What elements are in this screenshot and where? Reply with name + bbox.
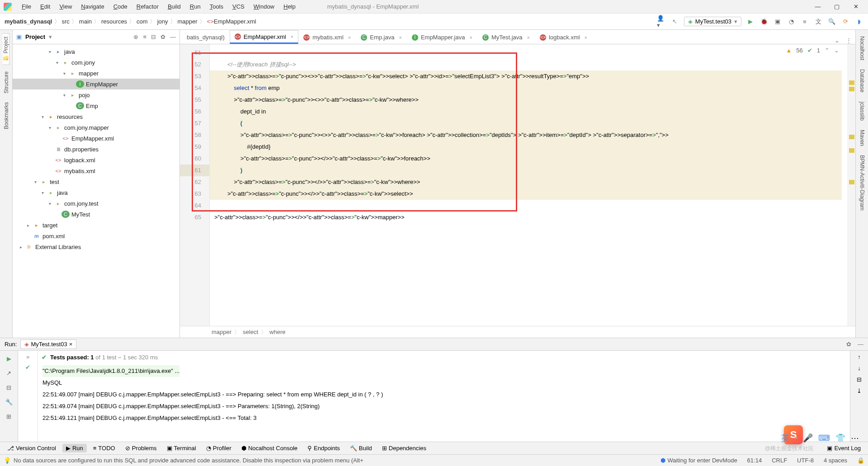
- tree-node[interactable]: ▾▸mapper: [13, 68, 179, 79]
- editor-tab[interactable]: <>logback.xml×: [535, 30, 592, 44]
- tree-node[interactable]: CEmp: [13, 100, 179, 111]
- breadcrumb-item[interactable]: EmpMapper.xml: [214, 18, 256, 25]
- expand-all-icon[interactable]: ≡: [143, 33, 146, 40]
- up-icon[interactable]: ⌃: [825, 47, 830, 54]
- tree-node[interactable]: ▾▸com.jony.mapper: [13, 122, 179, 133]
- caret-position[interactable]: 61:14: [747, 457, 762, 464]
- down-icon[interactable]: ⌄: [834, 47, 839, 54]
- gear-icon[interactable]: ✿: [846, 341, 851, 348]
- user-icon[interactable]: 👤▾: [657, 17, 666, 26]
- code-editor[interactable]: 515253545556575859606162636465 <!--使用for…: [180, 44, 855, 326]
- soft-wrap-icon[interactable]: ⊟: [857, 376, 862, 383]
- settings-icon[interactable]: ✿: [160, 33, 165, 40]
- rerun-button[interactable]: ▶: [4, 353, 14, 363]
- line-number[interactable]: 51: [180, 47, 209, 59]
- file-encoding[interactable]: UTF-8: [797, 457, 814, 464]
- editor-tab[interactable]: <>mybatis.xml×: [298, 30, 356, 44]
- menu-window[interactable]: Window: [249, 1, 279, 12]
- breadcrumb[interactable]: mybatis_dynasql〉src〉main〉resources〉com〉j…: [5, 18, 256, 26]
- tree-node[interactable]: <>mybatis.xml: [13, 165, 179, 176]
- bottom-dependencies[interactable]: ⊞Dependencies: [378, 444, 430, 452]
- sidetab-maven[interactable]: Maven: [859, 127, 865, 149]
- indent-label[interactable]: 4 spaces: [824, 457, 847, 464]
- tree-node[interactable]: ▾▸java: [13, 187, 179, 198]
- search-icon[interactable]: 🔍: [827, 17, 836, 26]
- error-stripe[interactable]: [847, 44, 855, 326]
- ed-breadcrumb-item[interactable]: mapper: [212, 329, 231, 335]
- devmode-label[interactable]: Waiting for enter DevMode: [667, 457, 737, 464]
- menu-build[interactable]: Build: [163, 1, 185, 12]
- build-hammer-icon[interactable]: ↖: [670, 17, 679, 26]
- menu-help[interactable]: Help: [279, 1, 300, 12]
- line-number[interactable]: 64: [180, 200, 209, 212]
- line-number[interactable]: 52: [180, 59, 209, 71]
- line-ending[interactable]: CRLF: [772, 457, 787, 464]
- breadcrumb-item[interactable]: src: [62, 18, 70, 25]
- locate-icon[interactable]: ⊕: [133, 33, 138, 40]
- code-line[interactable]: >"c-attr">>class>=>"c-punc">></>>"c-attr…: [210, 212, 855, 223]
- line-number[interactable]: 55: [180, 94, 209, 106]
- inspection-widget[interactable]: ▲56 ✔1 ⌃ ⌄: [783, 46, 842, 55]
- code-line[interactable]: ): [210, 165, 855, 176]
- chevron-down-icon[interactable]: ⌄: [835, 37, 840, 44]
- code-line[interactable]: >"c-attr">>class>=>"c-punc">></>>"c-attr…: [210, 176, 855, 188]
- tree-node[interactable]: ▾▸resources: [13, 111, 179, 122]
- bottom-run[interactable]: ▶Run: [62, 444, 87, 452]
- tree-node[interactable]: ▾▸java: [13, 46, 179, 57]
- close-tab-icon[interactable]: ×: [527, 35, 530, 40]
- project-tree[interactable]: ▾▸java▾▸com.jony▾▸mapperIEmpMapper▾▸pojo…: [13, 44, 179, 338]
- check-icon[interactable]: ✔: [25, 364, 30, 371]
- minimize-button[interactable]: —: [815, 4, 821, 10]
- tree-node[interactable]: ▸▸target: [13, 220, 179, 231]
- breadcrumb-item[interactable]: mybatis_dynasql: [5, 18, 52, 25]
- breadcrumb-item[interactable]: main: [79, 18, 92, 25]
- code-line[interactable]: >"c-attr">>class>=>"c-punc">></>>"c-attr…: [210, 188, 855, 200]
- run-config-selector[interactable]: ◈ MyTest.test03 ▾: [684, 17, 741, 26]
- tree-node[interactable]: mpom.xml: [13, 231, 179, 241]
- line-number[interactable]: 57: [180, 118, 209, 129]
- profile-button[interactable]: ◔: [787, 17, 796, 26]
- up-arrow-icon[interactable]: ↑: [858, 353, 861, 360]
- close-tab-icon[interactable]: ×: [469, 35, 472, 40]
- tree-node[interactable]: ▾▸com.jony.test: [13, 198, 179, 209]
- close-tab-icon[interactable]: ×: [399, 35, 401, 40]
- editor-breadcrumb[interactable]: mapper〉select〉where: [180, 326, 855, 338]
- sync-button[interactable]: ⟳: [841, 17, 850, 26]
- hide-icon[interactable]: —: [170, 33, 176, 40]
- line-number[interactable]: 56: [180, 106, 209, 118]
- editor-tab[interactable]: IEmpMapper.java×: [407, 30, 477, 44]
- close-icon[interactable]: ×: [69, 341, 73, 348]
- console-output[interactable]: "C:\Program Files\Java\jdk1.8.0_211\bin\…: [38, 363, 850, 442]
- editor-tab[interactable]: CEmp.java×: [356, 30, 407, 44]
- bottom-problems[interactable]: ⊘Problems: [122, 444, 160, 452]
- wrench-icon[interactable]: 🔧: [4, 397, 14, 407]
- sidetab-bookmarks[interactable]: Bookmarks: [3, 99, 9, 132]
- breadcrumb-item[interactable]: mapper: [178, 18, 198, 25]
- editor-tab[interactable]: <>EmpMapper.xml×: [230, 30, 298, 44]
- translate-icon[interactable]: 文: [814, 17, 823, 26]
- code-line[interactable]: >"c-attr">>class>=>"c-punc">><>>"c-attr"…: [210, 94, 855, 106]
- bottom-build[interactable]: 🔨Build: [346, 444, 376, 452]
- breadcrumb-item[interactable]: resources: [101, 18, 127, 25]
- bottom-version-control[interactable]: ⎇Version Control: [4, 444, 60, 452]
- sidetab-structure[interactable]: Structure: [3, 69, 9, 96]
- close-button[interactable]: ✕: [853, 4, 859, 10]
- code-line[interactable]: >"c-attr">>class>=>"c-punc">><>>"c-attr"…: [210, 71, 855, 82]
- code-line[interactable]: dept_id in: [210, 106, 855, 118]
- run-tab[interactable]: ◈ MyTest.test03 ×: [20, 339, 76, 349]
- code-line[interactable]: #{deptId}: [210, 141, 855, 153]
- sidetab-bpmn-activiti-diagram[interactable]: BPMN-Activiti-Diagram: [859, 152, 865, 213]
- tree-node[interactable]: ▸⊪External Libraries: [13, 241, 179, 252]
- breadcrumb-item[interactable]: com: [137, 18, 148, 25]
- line-number[interactable]: 60: [180, 153, 209, 165]
- menu-code[interactable]: Code: [109, 1, 132, 12]
- run-button[interactable]: ▶: [746, 17, 755, 26]
- maximize-button[interactable]: ▢: [834, 4, 840, 10]
- tree-node[interactable]: ▾▸test: [13, 176, 179, 187]
- sidetab-database[interactable]: Database: [859, 66, 865, 95]
- code-line[interactable]: select * from emp: [210, 82, 855, 94]
- bulb-icon[interactable]: 💡: [4, 457, 11, 464]
- bottom-todo[interactable]: ≡TODO: [90, 444, 119, 452]
- close-tab-icon[interactable]: ×: [348, 35, 351, 40]
- sidetab-jclasslib[interactable]: jclasslib: [859, 99, 865, 123]
